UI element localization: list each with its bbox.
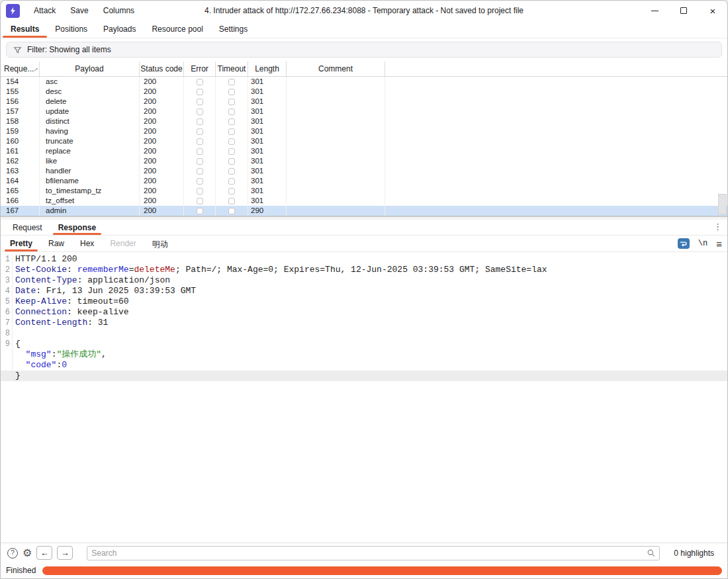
view-tab-pretty[interactable]: Pretty xyxy=(5,236,38,251)
help-icon[interactable]: ? xyxy=(7,548,18,558)
tab-payloads[interactable]: Payloads xyxy=(95,21,144,38)
filter-funnel-icon xyxy=(13,46,22,54)
error-checkbox[interactable] xyxy=(197,178,203,185)
minimize-button[interactable] xyxy=(640,1,669,21)
line-content: Content-Type: application/json xyxy=(13,275,170,286)
error-checkbox[interactable] xyxy=(197,158,203,165)
timeout-checkbox[interactable] xyxy=(228,198,235,204)
word-wrap-icon[interactable] xyxy=(678,238,690,249)
timeout-checkbox[interactable] xyxy=(228,138,235,145)
filter-bar[interactable]: Filter: Showing all items xyxy=(6,42,722,58)
close-button[interactable]: × xyxy=(698,1,727,21)
cell-timeout xyxy=(216,116,248,126)
table-row[interactable]: 156delete200301 xyxy=(1,97,727,107)
error-checkbox[interactable] xyxy=(197,89,203,95)
timeout-checkbox[interactable] xyxy=(228,118,235,125)
timeout-checkbox[interactable] xyxy=(228,79,235,85)
timeout-checkbox[interactable] xyxy=(228,89,235,95)
error-checkbox[interactable] xyxy=(197,168,203,175)
table-row[interactable]: 158distinct200301 xyxy=(1,116,727,126)
table-row[interactable]: 162like200301 xyxy=(1,156,727,166)
error-checkbox[interactable] xyxy=(197,208,203,214)
cell-error xyxy=(184,97,216,107)
cell-payload: to_timestamp_tz xyxy=(40,186,140,196)
timeout-checkbox[interactable] xyxy=(228,148,235,155)
tab-positions[interactable]: Positions xyxy=(47,21,95,38)
error-checkbox[interactable] xyxy=(197,188,203,195)
column-header-status-code[interactable]: Status code xyxy=(140,62,184,76)
error-checkbox[interactable] xyxy=(197,198,203,204)
timeout-checkbox[interactable] xyxy=(228,158,235,165)
error-checkbox[interactable] xyxy=(197,138,203,145)
cell-error xyxy=(184,156,216,166)
view-tab-hex[interactable]: Hex xyxy=(75,236,99,251)
tab-results[interactable]: Results xyxy=(3,21,47,38)
table-row[interactable]: 163handler200301 xyxy=(1,166,727,176)
column-header-payload[interactable]: Payload xyxy=(40,62,140,76)
column-header-comment[interactable]: Comment xyxy=(287,62,385,76)
view-tab-render[interactable]: Render xyxy=(105,236,141,251)
timeout-checkbox[interactable] xyxy=(228,178,235,185)
newline-toggle[interactable]: \n xyxy=(698,239,707,248)
maximize-button[interactable] xyxy=(669,1,698,21)
timeout-checkbox[interactable] xyxy=(228,188,235,195)
table-row[interactable]: 154asc200301 xyxy=(1,77,727,87)
error-checkbox[interactable] xyxy=(197,79,203,85)
table-row[interactable]: 160truncate200301 xyxy=(1,136,727,146)
kebab-menu-icon[interactable]: ⋮ xyxy=(713,222,722,232)
cell-filler xyxy=(385,176,727,186)
column-header-reque-[interactable]: Reque... xyxy=(1,62,40,76)
menu-save[interactable]: Save xyxy=(63,3,95,18)
timeout-checkbox[interactable] xyxy=(228,99,235,105)
tab-settings[interactable]: Settings xyxy=(211,21,255,38)
table-row[interactable]: 166tz_offset200301 xyxy=(1,196,727,206)
line-number: 1 xyxy=(1,254,13,265)
intruder-tab-bar: ResultsPositionsPayloadsResource poolSet… xyxy=(1,21,727,38)
table-row[interactable]: 167admin200290 xyxy=(1,206,727,216)
column-header-error[interactable]: Error xyxy=(184,62,216,76)
line-content: } xyxy=(13,371,21,381)
cell-comment xyxy=(287,136,385,146)
search-input[interactable] xyxy=(91,549,647,558)
error-checkbox[interactable] xyxy=(197,128,203,135)
response-editor[interactable]: 1HTTP/1.1 2002Set-Cookie: rememberMe=del… xyxy=(1,252,727,543)
window-title: 4. Intruder attack of http://172.27.66.2… xyxy=(205,6,523,15)
cell-status-code: 200 xyxy=(140,136,184,146)
tab-response[interactable]: Response xyxy=(53,220,101,235)
settings-gear-icon[interactable]: ⚙ xyxy=(23,548,32,558)
timeout-checkbox[interactable] xyxy=(228,208,235,214)
table-row[interactable]: 155desc200301 xyxy=(1,87,727,97)
timeout-checkbox[interactable] xyxy=(228,109,235,115)
column-header-label: Status code xyxy=(140,64,182,73)
view-tab-明动[interactable]: 明动 xyxy=(147,236,173,251)
menu-columns[interactable]: Columns xyxy=(96,3,142,18)
tab-resource-pool[interactable]: Resource pool xyxy=(144,21,210,38)
timeout-checkbox[interactable] xyxy=(228,168,235,175)
table-row[interactable]: 159having200301 xyxy=(1,126,727,136)
column-header-timeout[interactable]: Timeout xyxy=(216,62,248,76)
timeout-checkbox[interactable] xyxy=(228,128,235,135)
table-row[interactable]: 164bfilename200301 xyxy=(1,176,727,186)
column-header-label: Comment xyxy=(318,64,353,73)
prev-match-button[interactable]: ← xyxy=(36,546,52,560)
menu-attack[interactable]: Attack xyxy=(26,3,63,18)
tab-request[interactable]: Request xyxy=(7,220,48,235)
error-checkbox[interactable] xyxy=(197,99,203,105)
view-tab-raw[interactable]: Raw xyxy=(43,236,69,251)
table-row[interactable]: 161replace200301 xyxy=(1,146,727,156)
next-match-button[interactable]: → xyxy=(57,546,73,560)
cell-reque-: 157 xyxy=(1,107,40,116)
table-scrollbar-thumb[interactable] xyxy=(718,194,727,214)
cell-status-code: 200 xyxy=(140,107,184,116)
table-row[interactable]: 157update200301 xyxy=(1,107,727,116)
column-header-length[interactable]: Length xyxy=(248,62,287,76)
response-line: "msg":"操作成功", xyxy=(1,349,727,360)
error-checkbox[interactable] xyxy=(197,109,203,115)
cell-length: 301 xyxy=(248,116,287,126)
error-checkbox[interactable] xyxy=(197,118,203,125)
error-checkbox[interactable] xyxy=(197,148,203,155)
cell-error xyxy=(184,107,216,116)
table-row[interactable]: 165to_timestamp_tz200301 xyxy=(1,186,727,196)
hamburger-menu-icon[interactable]: ≡ xyxy=(716,238,722,249)
cell-filler xyxy=(385,146,727,156)
